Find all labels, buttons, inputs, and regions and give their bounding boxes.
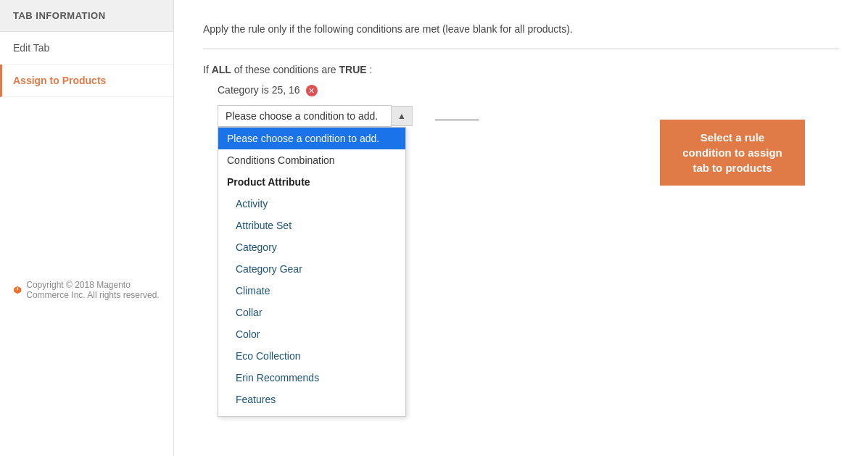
dropdown-item-color[interactable]: Color <box>218 323 405 345</box>
dropdown-item-attribute-set[interactable]: Attribute Set <box>218 215 405 236</box>
magento-logo <box>13 283 22 297</box>
dropdown-item-activity[interactable]: Activity <box>218 193 405 215</box>
conditions-header: If ALL of these conditions are TRUE : <box>203 64 839 75</box>
dropdown-item-erin-recommends[interactable]: Erin Recommends <box>218 367 405 389</box>
dropdown-list[interactable]: Please choose a condition to add. Condit… <box>218 127 406 417</box>
dropdown-item-eco-collection[interactable]: Eco Collection <box>218 345 405 367</box>
conditions-all[interactable]: ALL <box>212 64 231 75</box>
dropdown-group-product-attribute: Product Attribute <box>218 171 405 193</box>
dropdown-item-climate[interactable]: Climate <box>218 280 405 302</box>
dropdown-selected-label: Please choose a condition to add. <box>226 110 378 122</box>
sidebar-footer: Copyright © 2018 Magento Commerce Inc. A… <box>13 280 173 300</box>
conditions-true[interactable]: TRUE <box>339 64 367 75</box>
conditions-prefix: If <box>203 64 209 75</box>
conditions-colon: : <box>370 64 373 75</box>
condition-row: Category is 25, 16 ✕ <box>218 84 839 96</box>
dropdown-item-category[interactable]: Category <box>218 236 405 258</box>
sidebar-item-edit-tab[interactable]: Edit Tab <box>0 32 173 65</box>
dropdown-container: Please choose a condition to add. ▲ Plea… <box>218 105 839 127</box>
tooltip-area: Select a rule condition to assign tab to… <box>435 120 479 120</box>
tooltip-box: Select a rule condition to assign tab to… <box>660 120 805 186</box>
sidebar-item-assign-products[interactable]: Assign to Products <box>0 65 173 97</box>
conditions-suffix-text: of these conditions are <box>234 64 339 75</box>
dropdown-item-features[interactable]: Features <box>218 389 405 410</box>
conditions-block: If ALL of these conditions are TRUE : Ca… <box>203 64 839 127</box>
dropdown-item-category-gear[interactable]: Category Gear <box>218 258 405 280</box>
condition-text: Category is 25, 16 <box>218 84 300 96</box>
sidebar: TAB INFORMATION Edit Tab Assign to Produ… <box>0 0 174 456</box>
dropdown-item-collar[interactable]: Collar <box>218 302 405 323</box>
dropdown-item-conditions-combination[interactable]: Conditions Combination <box>218 149 405 171</box>
remove-condition-button[interactable]: ✕ <box>306 85 318 96</box>
rule-description: Apply the rule only if the following con… <box>203 22 839 37</box>
dropdown-item-format[interactable]: Format <box>218 410 405 417</box>
main-content: Apply the rule only if the following con… <box>174 0 868 456</box>
dropdown-toggle-button[interactable]: ▲ <box>391 106 413 126</box>
rule-divider <box>203 49 839 49</box>
tooltip-line <box>435 120 479 120</box>
dropdown-item-placeholder[interactable]: Please choose a condition to add. <box>218 128 405 149</box>
sidebar-header: TAB INFORMATION <box>0 0 173 32</box>
condition-dropdown[interactable]: Please choose a condition to add. <box>218 105 392 127</box>
